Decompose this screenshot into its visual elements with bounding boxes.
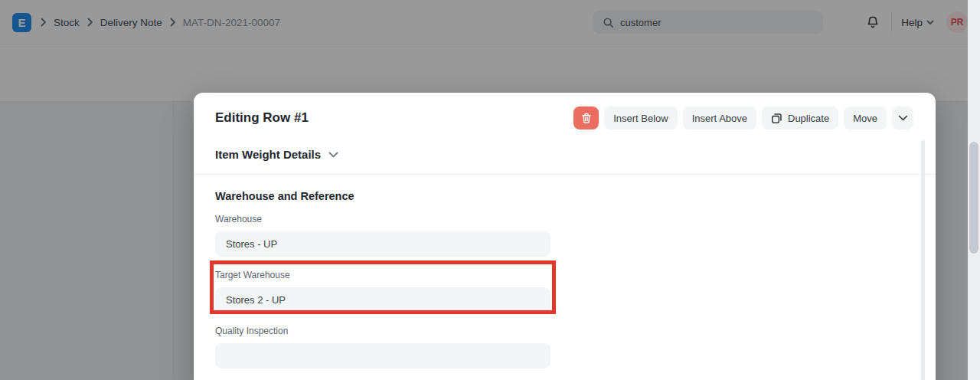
modal-toolbar: Insert Below Insert Above Duplicate Move [573, 106, 913, 129]
item-weight-details-label: Item Weight Details [215, 148, 321, 161]
modal-divider [194, 174, 936, 175]
warehouse-field: Warehouse [215, 214, 550, 257]
modal-title: Editing Row #1 [215, 110, 309, 126]
page-scrollbar[interactable] [968, 0, 980, 380]
warehouse-label: Warehouse [215, 214, 550, 224]
modal-header: Editing Row #1 Insert Below Insert Above [215, 106, 913, 129]
duplicate-button[interactable]: Duplicate [762, 106, 838, 129]
edit-row-modal: Editing Row #1 Insert Below Insert Above [194, 93, 936, 380]
target-warehouse-field: Target Warehouse [215, 270, 550, 313]
duplicate-label: Duplicate [788, 113, 829, 124]
quality-inspection-label: Quality Inspection [215, 326, 550, 336]
warehouse-input[interactable] [215, 231, 550, 257]
trash-icon [581, 113, 592, 124]
chevron-down-icon [328, 152, 338, 158]
quality-inspection-input[interactable] [215, 343, 550, 369]
insert-below-button[interactable]: Insert Below [604, 106, 678, 129]
chevron-down-icon [898, 115, 908, 121]
duplicate-icon [771, 113, 782, 124]
target-warehouse-input[interactable] [215, 287, 550, 313]
move-button[interactable]: Move [844, 106, 887, 129]
page-scrollbar-thumb[interactable] [969, 142, 978, 254]
app-window: E Stock Delivery Note MAT-DN-2021-00007 [0, 0, 980, 380]
insert-above-button[interactable]: Insert Above [683, 106, 756, 129]
warehouse-reference-heading: Warehouse and Reference [215, 190, 354, 202]
item-weight-details-section[interactable]: Item Weight Details [215, 148, 338, 161]
target-warehouse-label: Target Warehouse [215, 270, 550, 280]
delete-row-button[interactable] [573, 106, 599, 129]
modal-scrollbar-thumb[interactable] [921, 140, 925, 380]
quality-inspection-field: Quality Inspection [215, 326, 550, 369]
modal-more-button[interactable] [892, 106, 913, 129]
